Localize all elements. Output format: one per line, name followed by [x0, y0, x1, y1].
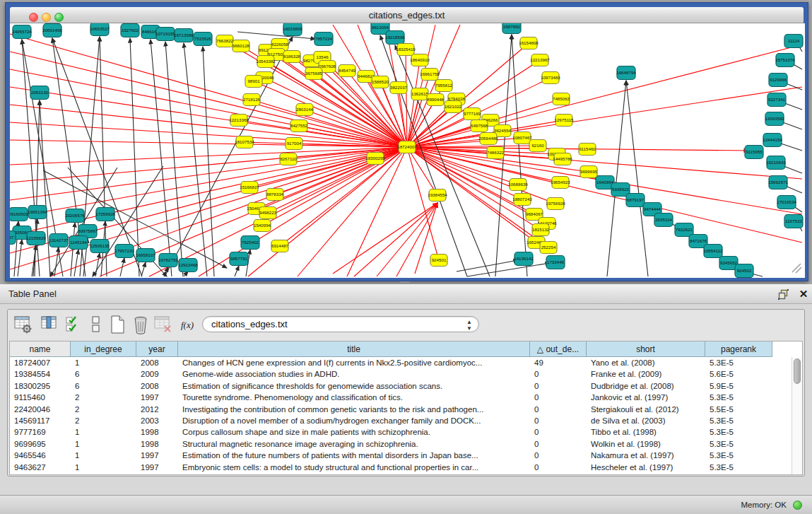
graph-node[interactable]: 12444154	[763, 134, 782, 147]
table-row[interactable]: 946554611997Estimation of the future num…	[10, 450, 791, 461]
citation-network-graph[interactable]: 2405572420691406106535271527602846616010…	[10, 23, 805, 278]
graph-node[interactable]: 2803144	[296, 104, 314, 116]
graph-node[interactable]: 24055724	[12, 25, 32, 39]
graph-node[interactable]: 9115955	[745, 146, 763, 159]
graph-node[interactable]: 7955812	[435, 80, 453, 92]
graph-node[interactable]: 10973483	[541, 72, 560, 84]
graph-node[interactable]: 1621022	[445, 101, 462, 113]
graph-node[interactable]: 7663822	[216, 35, 234, 47]
graph-node[interactable]: 6879197	[626, 194, 645, 207]
graph-node[interactable]: 15166827	[240, 182, 259, 194]
show-columns-button[interactable]	[40, 314, 60, 335]
graph-node[interactable]: 18107534	[235, 136, 254, 148]
graph-node[interactable]: 2053130	[30, 86, 49, 100]
table-selector[interactable]: citations_edges.txt ▲▼	[202, 316, 479, 332]
zoom-button[interactable]	[54, 13, 64, 22]
graph-node[interactable]: 8427552	[290, 120, 308, 132]
graph-node[interactable]: 2718126	[243, 94, 261, 106]
graph-node[interactable]: 7857224	[314, 33, 333, 46]
graph-node[interactable]: 14495786	[553, 153, 572, 165]
graph-node[interactable]: 18724007	[397, 141, 417, 153]
graph-node[interactable]: 924502	[735, 264, 753, 278]
graph-node[interactable]: 7515526	[194, 33, 212, 46]
graph-node[interactable]: 19384554	[428, 189, 447, 201]
graph-node[interactable]: 9857791	[230, 252, 248, 266]
graph-node[interactable]: 2687682	[502, 23, 521, 34]
graph-node[interactable]: 9498223	[259, 207, 277, 219]
table-row[interactable]: 946362711997Embryonic stem cells: a mode…	[10, 462, 791, 473]
graph-node[interactable]: 17957233	[114, 245, 134, 258]
table-row[interactable]: 1938455462009Genome-wide association stu…	[10, 368, 791, 380]
graph-node[interactable]: 12156829	[26, 232, 46, 245]
graph-node[interactable]: 917004	[286, 138, 302, 150]
column-header-title[interactable]: title	[178, 341, 530, 357]
graph-node[interactable]: 6497568	[471, 120, 488, 132]
table-row[interactable]: 1456911722003Disruption of a novel membe…	[10, 415, 791, 426]
graph-node[interactable]: 8990448	[427, 94, 445, 106]
graph-node[interactable]: 20206576	[65, 209, 85, 223]
vertical-scrollbar[interactable]	[792, 357, 802, 474]
graph-node[interactable]: 18640910	[410, 54, 430, 66]
graph-node[interactable]: 16648794	[616, 66, 636, 80]
graph-node[interactable]: 12923468	[178, 259, 198, 272]
table-row[interactable]: 977716911998Corpus callosum shape and si…	[10, 426, 791, 438]
function-builder-button[interactable]: f(x)	[179, 314, 199, 335]
graph-node[interactable]: 12213369	[229, 115, 249, 127]
resize-grip[interactable]	[792, 264, 801, 272]
graph-node[interactable]: 8878334	[266, 189, 284, 201]
graph-node[interactable]: 20564486	[478, 133, 498, 145]
graph-node[interactable]: 9115460	[579, 144, 596, 156]
graph-node[interactable]: 26160503	[10, 208, 28, 221]
graph-node[interactable]: 1588520	[372, 76, 389, 88]
table-row[interactable]: 2242004622012Investigating the contribut…	[10, 404, 791, 415]
column-header-year[interactable]: year	[136, 341, 178, 357]
graph-node[interactable]: 19756928	[546, 198, 565, 210]
graph-node[interactable]: 16210643	[766, 156, 786, 170]
graph-node[interactable]: 7625402	[241, 236, 259, 250]
graph-node[interactable]: 98901	[245, 76, 262, 88]
graph-node[interactable]: 10654112	[703, 245, 723, 258]
graph-node[interactable]: 1733446	[546, 256, 565, 269]
graph-node[interactable]: 13142737	[49, 234, 69, 247]
graph-node[interactable]: 9227341	[767, 93, 786, 107]
graph-node[interactable]: 7485063	[553, 93, 570, 105]
graph-node[interactable]: 924501	[430, 255, 447, 267]
graph-node[interactable]: 12975115	[554, 115, 574, 127]
create-column-button[interactable]	[108, 314, 128, 335]
close-panel-icon[interactable]: ✕	[798, 288, 809, 300]
graph-node[interactable]: 16958107	[136, 249, 155, 262]
float-panel-icon[interactable]	[778, 289, 789, 300]
graph-node[interactable]: 16961758	[420, 69, 440, 81]
splitter-handle[interactable]	[400, 281, 410, 284]
graph-node[interactable]: 12213967	[530, 54, 550, 66]
table-mode-button[interactable]	[13, 314, 33, 335]
column-header-short[interactable]: short	[587, 341, 705, 357]
graph-node[interactable]: 20691406	[42, 24, 62, 37]
graph-node[interactable]: 16154808	[519, 37, 539, 49]
table-row[interactable]: 911546021997Tourette syndrome. Phenomeno…	[10, 392, 791, 403]
graph-node[interactable]: 7486322	[487, 147, 505, 159]
graph-node[interactable]: 14136141	[514, 252, 534, 266]
table-row[interactable]: 969969511998Structural magnetic resonanc…	[10, 438, 791, 450]
graph-node[interactable]: 18325419	[396, 44, 416, 56]
graph-node[interactable]: 62160	[529, 140, 546, 152]
graph-node[interactable]: 8186328	[283, 51, 301, 63]
graph-node[interactable]: 15751074	[775, 54, 795, 67]
graph-node[interactable]: 11124	[784, 35, 803, 48]
column-header-in_degree[interactable]: in_degree	[71, 341, 136, 357]
graph-node[interactable]: 17359928	[95, 208, 115, 221]
graph-node[interactable]: 9699695	[580, 166, 598, 178]
close-button[interactable]	[29, 13, 38, 22]
graph-node[interactable]: 16782759	[158, 254, 178, 267]
graph-node[interactable]: 6914487	[271, 240, 289, 252]
column-header-out_de[interactable]: △ out_de...	[530, 341, 587, 357]
graph-node[interactable]: 18807243	[512, 194, 532, 206]
graph-node[interactable]: 19654923	[551, 177, 570, 189]
memory-status-icon[interactable]	[793, 501, 802, 510]
graph-node[interactable]: 1145194	[69, 236, 88, 250]
graph-node[interactable]: 19218596	[385, 31, 405, 45]
graph-node[interactable]: 18300295	[365, 153, 385, 165]
graph-node[interactable]: 9777169	[464, 108, 481, 120]
graph-node[interactable]: 10719155	[155, 28, 175, 41]
graph-node[interactable]: 1167533	[784, 215, 803, 228]
